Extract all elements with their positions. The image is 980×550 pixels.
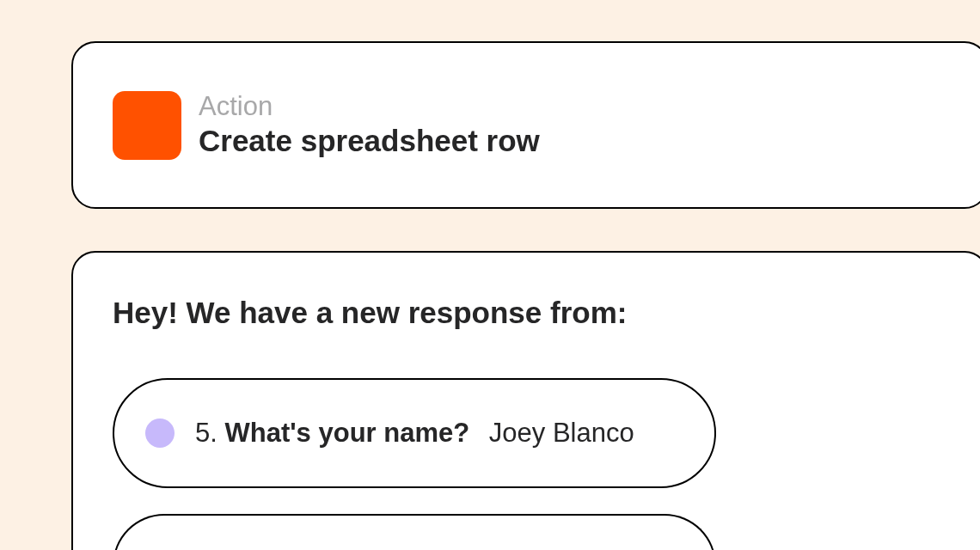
field-question: What's your name? xyxy=(224,418,469,448)
response-field-pill-next[interactable] xyxy=(113,514,716,550)
field-number: 5. xyxy=(195,418,217,448)
action-title: Create spreadsheet row xyxy=(199,122,540,160)
response-field-text: 5. What's your name? Joey Blanco xyxy=(195,418,634,449)
response-field-pill[interactable]: 5. What's your name? Joey Blanco xyxy=(113,378,716,488)
action-app-icon xyxy=(113,91,181,160)
action-card[interactable]: Action Create spreadsheet row xyxy=(71,41,980,209)
action-type-label: Action xyxy=(199,90,540,122)
field-answer: Joey Blanco xyxy=(489,418,634,448)
action-text-block: Action Create spreadsheet row xyxy=(199,90,540,160)
response-card: Hey! We have a new response from: 5. Wha… xyxy=(71,251,980,550)
response-heading: Hey! We have a new response from: xyxy=(113,296,947,330)
field-dot-icon xyxy=(145,419,175,448)
